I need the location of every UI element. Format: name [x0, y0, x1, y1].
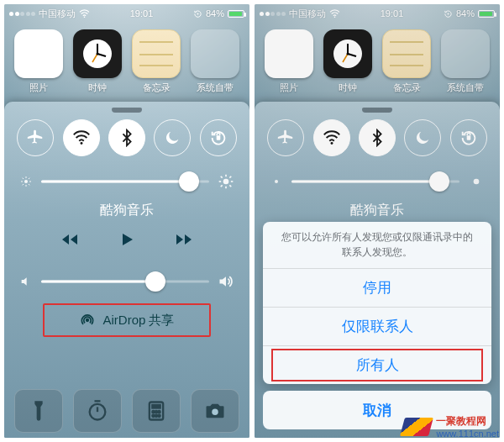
- svg-point-1: [197, 13, 199, 14]
- now-playing-title: 酷狗音乐: [4, 197, 249, 226]
- volume-high-icon: [218, 273, 234, 290]
- carrier-label: 中国移动: [39, 8, 76, 20]
- brightness-high-icon: [218, 173, 234, 190]
- battery-percent: 84%: [206, 8, 224, 18]
- svg-point-28: [90, 404, 106, 420]
- bluetooth-icon: [118, 129, 136, 147]
- svg-line-23: [221, 176, 223, 178]
- screenshot-right: 中国移动 19:01 84% 照片 时钟 备忘录: [255, 4, 500, 438]
- airdrop-action-sheet: 您可以允许所有人发现您或仅限通讯录中的联系人发现您。 停用 仅限联系人 所有人 …: [263, 222, 491, 429]
- svg-point-0: [84, 17, 86, 18]
- rotation-lock-status-icon: [193, 9, 202, 18]
- app-label: 照片: [29, 82, 48, 94]
- svg-line-17: [29, 178, 29, 179]
- sheet-grabber[interactable]: [112, 108, 142, 113]
- prev-track-button[interactable]: [60, 229, 80, 253]
- wifi-icon: [79, 9, 90, 18]
- svg-point-7: [80, 142, 82, 145]
- flashlight-icon: [27, 399, 50, 423]
- moon-icon: [163, 129, 181, 147]
- airdrop-button[interactable]: AirDrop 共享: [43, 303, 211, 337]
- notes-icon: [132, 29, 181, 78]
- svg-point-34: [152, 415, 154, 417]
- action-sheet-cancel[interactable]: 取消: [263, 391, 491, 429]
- toggle-bluetooth[interactable]: [108, 119, 145, 156]
- toggle-dnd[interactable]: [154, 119, 191, 156]
- rotation-lock-icon: [209, 129, 228, 147]
- app-label: 备忘录: [143, 82, 171, 94]
- app-label: 系统自带: [197, 82, 234, 94]
- svg-point-27: [87, 319, 89, 322]
- action-sheet-message: 您可以允许所有人发现您或仅限通讯录中的联系人发现您。: [263, 222, 491, 268]
- wifi-icon: [72, 129, 91, 147]
- svg-line-24: [229, 185, 231, 187]
- play-button[interactable]: [117, 229, 137, 253]
- photos-icon: [14, 29, 63, 78]
- airdrop-option-contacts[interactable]: 仅限联系人: [263, 307, 491, 345]
- airdrop-option-everyone[interactable]: 所有人: [263, 345, 491, 384]
- svg-rect-30: [152, 405, 160, 408]
- clock-time: 19:01: [90, 8, 193, 18]
- flashlight-button[interactable]: [14, 389, 63, 433]
- svg-line-25: [221, 185, 223, 187]
- volume-low-icon: [19, 275, 33, 288]
- svg-point-32: [155, 411, 157, 413]
- airplane-icon: [26, 129, 45, 147]
- svg-line-15: [29, 184, 29, 185]
- timer-icon: [86, 399, 109, 423]
- screenshot-left: 中国移动 19:01 84% 照片 时钟: [4, 4, 249, 438]
- camera-icon: [203, 399, 227, 423]
- calculator-button[interactable]: [132, 389, 181, 433]
- toggle-rotation-lock[interactable]: [200, 119, 237, 156]
- app-label: 时钟: [88, 82, 107, 94]
- svg-point-31: [152, 411, 154, 413]
- svg-rect-8: [216, 135, 220, 140]
- control-center: 酷狗音乐 AirDrop 共享: [4, 102, 249, 438]
- media-transport: [4, 226, 249, 261]
- folder-icon: [191, 29, 239, 78]
- svg-line-16: [23, 184, 24, 185]
- battery-icon: [228, 10, 244, 18]
- svg-point-9: [24, 180, 28, 183]
- volume-slider-row: [4, 261, 249, 297]
- svg-point-18: [223, 179, 229, 185]
- status-bar: 中国移动 19:01 84%: [4, 4, 249, 21]
- svg-point-33: [158, 411, 160, 413]
- brightness-low-icon: [19, 175, 33, 188]
- svg-line-26: [229, 176, 231, 178]
- svg-point-36: [158, 415, 160, 417]
- airdrop-label: AirDrop 共享: [102, 313, 174, 329]
- signal-strength-icon: [9, 12, 35, 16]
- airdrop-option-off[interactable]: 停用: [263, 268, 491, 307]
- clock-icon: [73, 29, 122, 78]
- volume-slider[interactable]: [41, 271, 209, 292]
- svg-line-14: [23, 178, 24, 179]
- toggle-wifi[interactable]: [63, 119, 100, 156]
- svg-point-6: [97, 53, 99, 55]
- airdrop-icon: [79, 312, 96, 329]
- brightness-slider[interactable]: [41, 171, 209, 192]
- toggle-airplane[interactable]: [17, 119, 54, 156]
- svg-point-37: [212, 408, 218, 414]
- brightness-slider-row: [4, 161, 249, 197]
- calculator-icon: [144, 399, 168, 423]
- svg-point-35: [155, 415, 157, 417]
- next-track-button[interactable]: [174, 229, 194, 253]
- timer-button[interactable]: [73, 389, 122, 433]
- camera-button[interactable]: [191, 389, 239, 433]
